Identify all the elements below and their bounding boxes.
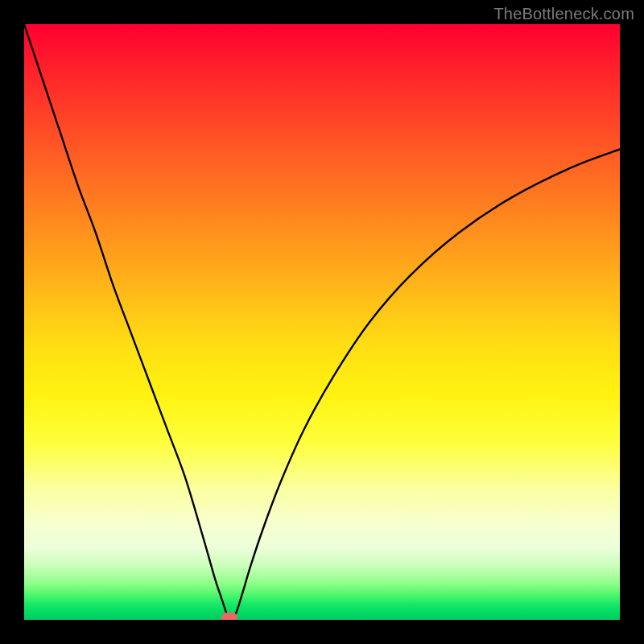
bottleneck-curve — [24, 24, 620, 620]
curve-layer — [24, 24, 620, 620]
watermark-text: TheBottleneck.com — [493, 5, 634, 23]
chart-frame: TheBottleneck.com — [0, 0, 644, 644]
plot-area — [24, 24, 620, 620]
highlight-marker — [221, 613, 237, 620]
